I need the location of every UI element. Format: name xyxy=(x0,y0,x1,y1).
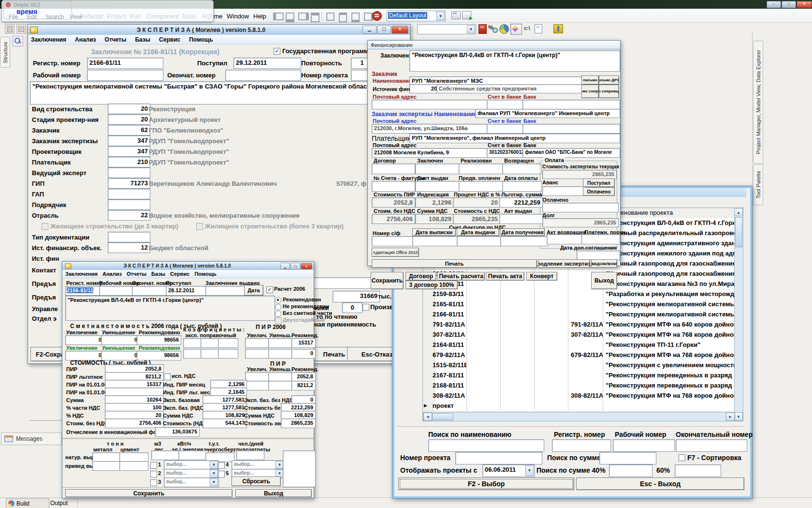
search-reg-input[interactable] xyxy=(552,439,611,452)
doc-icon[interactable] xyxy=(535,24,542,33)
koef-input[interactable] xyxy=(218,349,238,359)
menu-analiz[interactable]: Анализ xyxy=(75,36,96,43)
finance-window[interactable]: Финансирование Заключение "Реконструкция… xyxy=(367,40,621,266)
project-row[interactable]: 679-82/11А679-82/11А"Реконструкция МТФ н… xyxy=(423,350,734,361)
data-button[interactable]: Дата xyxy=(244,285,263,296)
row-code-input[interactable]: 22 xyxy=(108,210,150,221)
print-act-button[interactable]: Печать акта xyxy=(486,272,524,281)
structure-tab[interactable]: Structure xyxy=(0,37,10,68)
reg-input[interactable]: 2156-81/11 xyxy=(65,286,100,296)
empty-cell[interactable] xyxy=(467,340,501,350)
project-name-cell[interactable]: "Разработка и рекультивация месторожден xyxy=(604,289,734,299)
select2-combo[interactable]: выбор...▼ xyxy=(164,469,219,478)
empty-cell[interactable] xyxy=(535,381,568,391)
empty-cell[interactable] xyxy=(501,371,535,381)
save-button[interactable]: Сохранить xyxy=(371,272,404,289)
project-name-cell[interactable]: "Реконструкция с увеличением мощности п xyxy=(604,360,734,371)
menu-otchety[interactable]: Отчеты xyxy=(127,271,146,277)
empty-cell[interactable] xyxy=(501,350,535,360)
umen1-input[interactable]: 0 xyxy=(101,335,140,345)
ide-menu-edit-dimmed[interactable]: Edit xyxy=(27,14,37,20)
empty-cell[interactable] xyxy=(535,330,568,340)
schet-input-1[interactable] xyxy=(487,100,525,109)
select4-combo[interactable]: выбор...▼ xyxy=(232,460,285,470)
main-titlebar[interactable]: Э К С П Е Р Т И З А ( Могилев ) version … xyxy=(28,25,410,35)
prodlenie-button[interactable]: Продление экспертизы xyxy=(538,259,590,268)
f7-sort-checkbox[interactable] xyxy=(679,454,685,461)
stop-icon[interactable] xyxy=(372,11,382,21)
data-polucheniya-input[interactable] xyxy=(500,236,549,246)
project-row[interactable]: 2168-81/11"Реконструкция переведенных в … xyxy=(423,381,734,391)
postupil-input[interactable]: 29.12.2011 xyxy=(233,58,301,69)
copy-icon[interactable] xyxy=(5,24,14,34)
num2-cell[interactable] xyxy=(569,310,603,320)
project-row[interactable]: ▶проект xyxy=(423,401,734,412)
menu-servis[interactable]: Сервис xyxy=(170,271,189,277)
empty-cell[interactable] xyxy=(501,401,535,411)
select4-checkbox[interactable] xyxy=(218,462,225,469)
stoim-bez-nds-input[interactable]: 2756,406 xyxy=(105,418,164,428)
pismo-button[interactable]: письмо xyxy=(581,75,599,85)
empty-cell[interactable] xyxy=(535,391,568,401)
reg-number-cell[interactable]: 1515-82/11Е xyxy=(431,360,467,371)
pir-rk-input[interactable]: 2052,8 xyxy=(291,372,316,382)
run-layout-icon[interactable] xyxy=(462,11,471,19)
proizv-checkbox[interactable] xyxy=(362,304,369,311)
reg-number-cell[interactable]: 679-82/11А xyxy=(431,350,467,360)
project-row[interactable]: 2167-81/11"Реконструкция переведенных в … xyxy=(423,371,734,381)
search-sum-input[interactable] xyxy=(599,452,656,464)
print-calc-button[interactable]: Печать расчета xyxy=(437,272,485,281)
empty-cell[interactable] xyxy=(501,320,535,330)
ledger-icon[interactable] xyxy=(478,24,487,34)
empty-cell[interactable] xyxy=(467,320,501,330)
num2-cell[interactable] xyxy=(569,340,603,350)
office-2010-button[interactable]: Адаптация Office 2010 xyxy=(372,248,419,257)
num2-cell[interactable]: 791-82/11А xyxy=(569,320,603,330)
empty-cell[interactable] xyxy=(535,350,568,360)
lgot-input[interactable]: 2212,259 xyxy=(499,197,543,208)
prived-input[interactable] xyxy=(119,461,148,471)
empty-cell[interactable] xyxy=(501,299,535,310)
prived-input[interactable] xyxy=(92,461,121,471)
empty-cell[interactable] xyxy=(535,279,568,289)
pir2006-rk-input[interactable]: 15317 xyxy=(291,338,316,348)
radio-rekomendovan[interactable] xyxy=(275,297,281,303)
project-name-cell[interactable]: "Реконструкция мелиоративной системы "Б xyxy=(604,310,734,320)
empty-cell[interactable] xyxy=(467,330,501,340)
exit-button[interactable]: Выход xyxy=(235,489,312,497)
output-tab[interactable]: Output xyxy=(47,498,78,508)
empty-cell[interactable] xyxy=(467,391,501,401)
row-code-input[interactable]: 210 xyxy=(108,157,150,167)
scroll-left-icon[interactable]: ◄ xyxy=(423,413,432,421)
rekom1-input[interactable]: 98656 xyxy=(137,335,181,345)
project-name-cell[interactable]: "Реконструкция переведенных в разряд не xyxy=(604,371,734,381)
empty-cell[interactable] xyxy=(467,360,501,371)
select1-checkbox[interactable] xyxy=(150,462,157,469)
pismo-soprovod-button[interactable]: письмо сопровод xyxy=(581,85,599,98)
num2-cell[interactable]: 307-82/11А xyxy=(569,330,603,340)
help-book-icon[interactable] xyxy=(553,24,563,33)
name-column-header[interactable]: наименование проекта xyxy=(604,208,738,218)
reg-number-cell[interactable]: 308-82/11А xyxy=(431,391,467,401)
empty-cell[interactable] xyxy=(501,360,535,371)
istochnik-code-input[interactable]: 20 xyxy=(409,84,439,93)
housing1-checkbox[interactable] xyxy=(42,223,48,230)
num2-cell[interactable] xyxy=(569,381,603,391)
project-row[interactable]: 308-82/11А308-82/11А"Реконструкция МТФ н… xyxy=(423,391,734,402)
predv-input[interactable] xyxy=(459,181,503,192)
layout-combo[interactable]: Default Layout ▼ xyxy=(387,11,446,21)
ide-menu-file-dimmed[interactable]: File xyxy=(9,14,18,20)
ide-window-close-button[interactable]: ✕ xyxy=(797,1,812,8)
postupil-button[interactable]: Поступил xyxy=(583,179,615,187)
stoim-ekspert-input[interactable]: 2865,235 xyxy=(281,418,316,428)
empty-cell[interactable] xyxy=(535,289,568,299)
empty-cell[interactable] xyxy=(467,371,501,381)
vertical-scrollbar[interactable] xyxy=(734,216,743,413)
menu-analiz[interactable]: Анализ xyxy=(102,271,122,277)
empty-cell[interactable] xyxy=(467,401,501,411)
maximize-icon[interactable]: ▢ xyxy=(290,263,300,269)
natur-input[interactable] xyxy=(92,452,121,462)
select3-combo[interactable]: выбор...▼ xyxy=(164,478,219,487)
search-okonch-input[interactable] xyxy=(676,439,747,452)
row-code-input[interactable] xyxy=(108,189,150,199)
